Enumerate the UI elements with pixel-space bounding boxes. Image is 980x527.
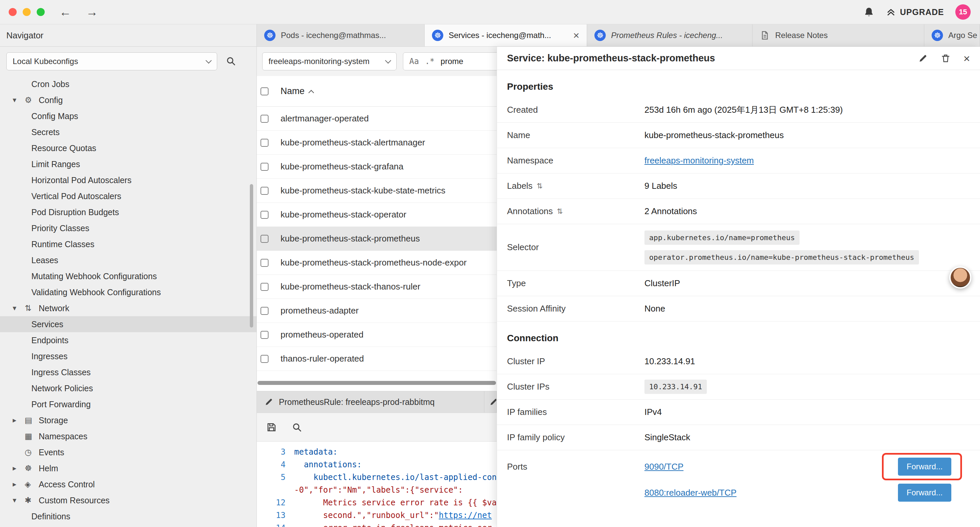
sidebar-item-validating-webhook-configurations[interactable]: Validating Webhook Configurations [0, 284, 256, 300]
expand-sort-icon[interactable]: ⇅ [537, 182, 543, 191]
tab-argo[interactable]: ☸ Argo Se [924, 24, 980, 46]
sidebar-item-namespaces[interactable]: ▦Namespaces [0, 428, 256, 444]
service-name: thanos-ruler-operated [280, 353, 364, 364]
service-name: alertmanager-operated [280, 113, 369, 124]
row-checkbox[interactable] [261, 259, 269, 267]
sidebar-item-leases[interactable]: Leases [0, 252, 256, 268]
tab-close-icon[interactable]: × [573, 30, 579, 41]
sidebar-item-priority-classes[interactable]: Priority Classes [0, 220, 256, 236]
sidebar-item-ingress-classes[interactable]: Ingress Classes [0, 364, 256, 380]
sidebar-item-cron-jobs[interactable]: Cron Jobs [0, 76, 256, 92]
save-icon[interactable] [266, 422, 277, 433]
sidebar-item-resource-quotas[interactable]: Resource Quotas [0, 140, 256, 156]
sidebar-item-limit-ranges[interactable]: Limit Ranges [0, 156, 256, 172]
sidebar-item-config-maps[interactable]: Config Maps [0, 108, 256, 124]
row-checkbox[interactable] [261, 331, 269, 339]
edit-icon[interactable] [918, 53, 928, 64]
column-header-name[interactable]: Name [280, 86, 313, 96]
sidebar-item-access-control[interactable]: ▸◈Access Control [0, 476, 256, 492]
caret-expanded-icon[interactable]: ▾ [13, 304, 25, 312]
forward-button[interactable]: Forward... [898, 484, 951, 502]
row-checkbox[interactable] [261, 211, 269, 219]
caret-collapsed-icon[interactable]: ▸ [13, 464, 25, 473]
sidebar-item-events[interactable]: ◷Events [0, 444, 256, 460]
sidebar-item-definitions[interactable]: Definitions [0, 508, 256, 524]
row-checkbox[interactable] [261, 283, 269, 291]
match-case-toggle[interactable]: Aa [409, 57, 419, 66]
tab-label: Argo Se [948, 31, 977, 40]
regex-toggle[interactable]: .* [425, 57, 434, 66]
sidebar-item-helm[interactable]: ▸☸Helm [0, 460, 256, 476]
select-all-checkbox[interactable] [261, 88, 269, 96]
dock-tab-prometheusrule[interactable]: PrometheusRule: freeleaps-prod-rabbitmq [257, 391, 484, 412]
sidebar-item-label: Definitions [31, 512, 70, 521]
window-minimize-button[interactable] [23, 8, 31, 16]
tab-prometheus-rules[interactable]: ☸ Prometheus Rules - icecheng... [587, 24, 752, 46]
sidebar-item-ingresses[interactable]: Ingresses [0, 348, 256, 364]
support-avatar[interactable] [949, 266, 971, 288]
dock-tab-partial[interactable] [484, 391, 497, 412]
caret-expanded-icon[interactable]: ▾ [13, 96, 25, 104]
drawer-row-session-affinity: Session Affinity None [497, 296, 980, 322]
sidebar-item-network[interactable]: ▾⇅Network [0, 300, 256, 316]
namespace-filter-select[interactable]: freeleaps-monitoring-system [262, 53, 396, 70]
line-number: 4 [257, 460, 294, 469]
sidebar-item-port-forwarding[interactable]: Port Forwarding [0, 396, 256, 412]
caret-collapsed-icon[interactable]: ▸ [13, 416, 25, 425]
notifications-bell-icon[interactable] [863, 6, 875, 18]
caret-expanded-icon[interactable]: ▾ [13, 496, 25, 505]
horizontal-scrollbar[interactable] [258, 381, 496, 385]
sidebar-item-mutating-webhook-configurations[interactable]: Mutating Webhook Configurations [0, 268, 256, 284]
back-icon[interactable]: ← [59, 6, 72, 18]
forward-button[interactable]: Forward... [898, 458, 951, 476]
sidebar-item-config[interactable]: ▾⚙Config [0, 92, 256, 108]
window-zoom-button[interactable] [37, 8, 45, 16]
sidebar-item-endpoints[interactable]: Endpoints [0, 332, 256, 348]
column-label: Name [280, 86, 305, 96]
events-icon: ◷ [25, 447, 39, 457]
row-checkbox[interactable] [261, 163, 269, 171]
sidebar-item-horizontal-pod-autoscalers[interactable]: Horizontal Pod Autoscalers [0, 172, 256, 188]
sidebar-scrollbar[interactable] [250, 184, 253, 328]
row-checkbox[interactable] [261, 235, 269, 243]
sidebar-search-icon[interactable] [226, 56, 236, 66]
sidebar-item-pod-disruption-budgets[interactable]: Pod Disruption Budgets [0, 204, 256, 220]
notification-count-badge[interactable]: 15 [955, 4, 970, 20]
tab-pods[interactable]: ☸ Pods - icecheng@mathmas... [257, 24, 425, 46]
row-checkbox[interactable] [261, 115, 269, 123]
caret-collapsed-icon[interactable]: ▸ [13, 480, 25, 489]
row-label: IP family policy [507, 432, 644, 443]
sidebar-item-vertical-pod-autoscalers[interactable]: Vertical Pod Autoscalers [0, 188, 256, 204]
sidebar-item-custom-resources[interactable]: ▾✱Custom Resources [0, 492, 256, 508]
tab-release-notes[interactable]: Release Notes [752, 24, 924, 46]
sidebar-item-label: Access Control [39, 480, 95, 489]
namespace-filter-value: freeleaps-monitoring-system [269, 57, 369, 66]
row-checkbox[interactable] [261, 307, 269, 315]
delete-icon[interactable] [941, 53, 951, 64]
window-close-button[interactable] [9, 8, 17, 16]
row-checkbox[interactable] [261, 187, 269, 195]
kubeconfig-selector[interactable]: Local Kubeconfigs [6, 53, 217, 70]
sidebar-item-storage[interactable]: ▸▤Storage [0, 412, 256, 428]
expand-sort-icon[interactable]: ⇅ [557, 207, 563, 216]
sidebar-item-runtime-classes[interactable]: Runtime Classes [0, 236, 256, 252]
port-link[interactable]: 9090/TCP [644, 462, 684, 472]
port-link[interactable]: 8080:reloader-web/TCP [644, 488, 737, 498]
drawer-title: Service: kube-prometheus-stack-prometheu… [507, 53, 905, 64]
row-label: IP families [507, 407, 644, 417]
tab-services[interactable]: ☸ Services - icecheng@math... × [425, 24, 587, 46]
row-checkbox[interactable] [261, 355, 269, 363]
close-icon[interactable]: × [963, 53, 970, 64]
custom_resources-icon: ✱ [25, 496, 39, 505]
row-checkbox[interactable] [261, 139, 269, 147]
sidebar-item-label: Secrets [31, 127, 60, 137]
upgrade-button[interactable]: UPGRADE [886, 7, 944, 17]
editor-search-icon[interactable] [291, 422, 302, 433]
row-label: Created [507, 105, 644, 115]
sidebar-item-label: Ingress Classes [31, 368, 91, 377]
sidebar-item-network-policies[interactable]: Network Policies [0, 380, 256, 396]
sidebar-item-secrets[interactable]: Secrets [0, 124, 256, 140]
sidebar-item-services[interactable]: Services [0, 316, 256, 332]
namespace-link[interactable]: freeleaps-monitoring-system [644, 155, 754, 166]
forward-icon[interactable]: → [86, 6, 98, 18]
